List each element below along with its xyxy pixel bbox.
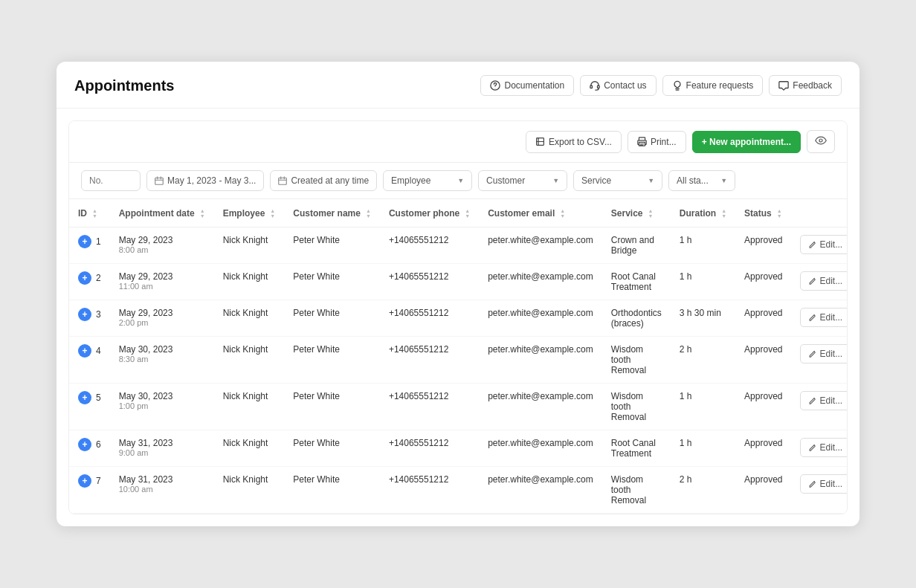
page-header: Appointments Documentation Contact us xyxy=(57,62,859,109)
th-date-label: Appointment date xyxy=(119,208,195,219)
expand-icon[interactable]: + xyxy=(78,391,91,404)
th-customer-name[interactable]: Customer name ▲▼ xyxy=(284,199,380,227)
page-title: Appointments xyxy=(74,77,174,94)
lightbulb-icon xyxy=(672,80,683,91)
th-duration[interactable]: Duration ▲▼ xyxy=(671,199,735,227)
employee-name: Nick Knight xyxy=(223,474,268,485)
eye-button[interactable] xyxy=(807,130,835,153)
cell-duration: 3 h 30 min xyxy=(671,300,735,337)
date-range-label: May 1, 2023 - May 3... xyxy=(167,175,256,186)
cell-id: + 2 xyxy=(69,264,110,300)
cell-customer-email: peter.white@example.com xyxy=(479,264,602,300)
cell-customer-phone: +14065551212 xyxy=(380,264,479,300)
new-appointment-button[interactable]: + New appointment... xyxy=(692,131,801,153)
cell-duration: 1 h xyxy=(671,264,735,300)
status-badge: Approved xyxy=(744,344,782,355)
edit-button[interactable]: Edit... xyxy=(800,474,848,494)
id-filter-input[interactable] xyxy=(81,170,141,191)
table-row: + 5 May 30, 2023 1:00 pm Nick Knight Pet… xyxy=(69,384,848,430)
edit-button[interactable]: Edit... xyxy=(800,344,848,364)
svg-rect-3 xyxy=(598,85,600,88)
customer-phone: +14065551212 xyxy=(389,391,448,401)
feature-requests-button[interactable]: Feature requests xyxy=(662,75,764,96)
duration-value: 3 h 30 min xyxy=(680,308,721,318)
cell-actions: Edit... xyxy=(791,337,848,384)
documentation-label: Documentation xyxy=(504,80,564,91)
customer-phone: +14065551212 xyxy=(389,438,448,448)
row-id: 6 xyxy=(96,439,101,450)
cell-duration: 1 h xyxy=(671,227,735,264)
cell-status: Approved xyxy=(735,300,791,337)
customer-name: Peter White xyxy=(293,235,340,245)
date-range-filter[interactable]: May 1, 2023 - May 3... xyxy=(146,170,264,191)
edit-button[interactable]: Edit... xyxy=(800,235,848,254)
th-customer-name-label: Customer name xyxy=(293,208,361,219)
edit-button[interactable]: Edit... xyxy=(800,391,848,410)
customer-name: Peter White xyxy=(293,474,340,485)
print-button[interactable]: Print... xyxy=(628,131,686,153)
cell-customer-name: Peter White xyxy=(284,430,380,467)
edit-icon xyxy=(808,444,816,452)
customer-filter[interactable]: Customer ▼ xyxy=(478,170,567,191)
edit-button[interactable]: Edit... xyxy=(800,308,848,327)
documentation-button[interactable]: Documentation xyxy=(480,75,574,96)
expand-icon[interactable]: + xyxy=(78,438,91,451)
print-label: Print... xyxy=(651,137,677,147)
cell-customer-email: peter.white@example.com xyxy=(479,227,602,264)
cell-actions: Edit... xyxy=(791,384,848,430)
cell-service: Wisdom tooth Removal xyxy=(602,337,671,384)
cell-customer-phone: +14065551212 xyxy=(380,467,479,514)
feedback-button[interactable]: Feedback xyxy=(769,75,842,96)
status-badge: Approved xyxy=(744,474,782,485)
contact-us-button[interactable]: Contact us xyxy=(580,75,656,96)
cell-date: May 29, 2023 11:00 am xyxy=(110,264,214,300)
edit-icon xyxy=(808,314,816,322)
th-employee-label: Employee xyxy=(223,208,265,219)
cell-status: Approved xyxy=(735,384,791,430)
expand-icon[interactable]: + xyxy=(78,235,91,248)
cemail-sort-icon: ▲▼ xyxy=(560,208,565,219)
cell-date: May 30, 2023 8:30 am xyxy=(110,337,214,384)
th-service[interactable]: Service ▲▼ xyxy=(602,199,671,227)
th-employee[interactable]: Employee ▲▼ xyxy=(214,199,285,227)
appointment-time: 10:00 am xyxy=(119,485,205,494)
header-actions: Documentation Contact us Feature request… xyxy=(480,75,842,96)
print-icon xyxy=(637,137,647,146)
filters: May 1, 2023 - May 3... Created at any ti… xyxy=(69,163,847,199)
cphone-sort-icon: ▲▼ xyxy=(465,208,470,219)
expand-icon[interactable]: + xyxy=(78,474,91,488)
created-at-filter[interactable]: Created at any time xyxy=(270,170,377,191)
expand-icon[interactable]: + xyxy=(78,271,91,285)
expand-icon[interactable]: + xyxy=(78,308,91,321)
service-name: Crown and Bridge xyxy=(611,235,654,256)
th-status[interactable]: Status ▲▼ xyxy=(735,199,791,227)
row-id: 1 xyxy=(96,236,101,247)
svg-rect-9 xyxy=(279,178,287,184)
th-id[interactable]: ID ▲▼ xyxy=(69,199,110,227)
cell-actions: Edit... xyxy=(791,430,848,467)
appointment-time: 2:00 pm xyxy=(119,318,205,327)
service-chevron-icon: ▼ xyxy=(648,177,654,184)
employee-filter[interactable]: Employee ▼ xyxy=(383,170,472,191)
th-customer-email[interactable]: Customer email ▲▼ xyxy=(479,199,602,227)
cell-employee: Nick Knight xyxy=(214,384,285,430)
table-row: + 1 May 29, 2023 8:00 am Nick Knight Pet… xyxy=(69,227,848,264)
cell-status: Approved xyxy=(735,467,791,514)
employee-name: Nick Knight xyxy=(223,235,268,245)
edit-button[interactable]: Edit... xyxy=(800,438,848,457)
th-customer-phone[interactable]: Customer phone ▲▼ xyxy=(380,199,479,227)
cell-actions: Edit... xyxy=(791,300,848,337)
status-filter[interactable]: All sta... ▼ xyxy=(668,170,735,191)
customer-name: Peter White xyxy=(293,438,340,448)
expand-icon[interactable]: + xyxy=(78,344,91,358)
svg-point-7 xyxy=(819,139,822,142)
service-filter[interactable]: Service ▼ xyxy=(573,170,662,191)
th-appointment-date[interactable]: Appointment date ▲▼ xyxy=(110,199,214,227)
cell-employee: Nick Knight xyxy=(214,264,285,300)
cell-duration: 1 h xyxy=(671,430,735,467)
cell-date: May 29, 2023 8:00 am xyxy=(110,227,214,264)
export-csv-button[interactable]: Export to CSV... xyxy=(526,131,622,153)
edit-button[interactable]: Edit... xyxy=(800,271,848,291)
edit-icon xyxy=(808,397,816,405)
cell-status: Approved xyxy=(735,227,791,264)
